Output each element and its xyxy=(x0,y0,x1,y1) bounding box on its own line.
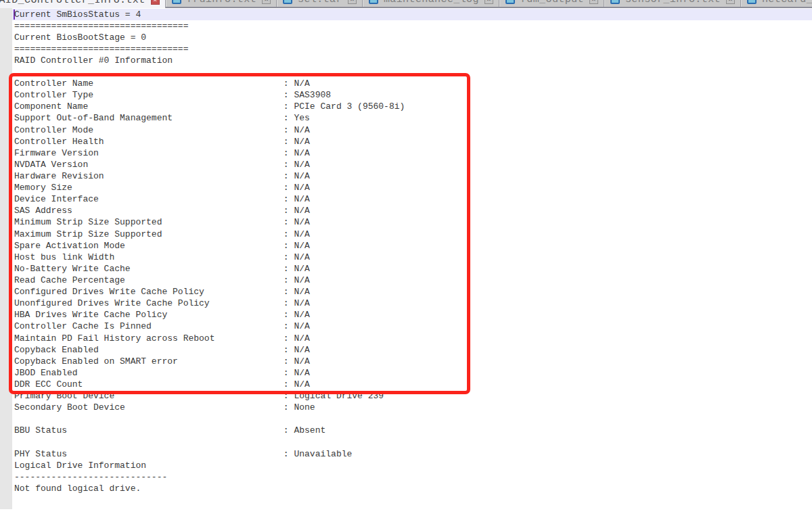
code-line: Secondary Boot Device : None xyxy=(14,402,405,413)
tab-label: fdm_output xyxy=(520,0,584,5)
code-line: Controller Cache Is Pinned : N/A xyxy=(14,321,405,332)
close-tab-icon[interactable]: × xyxy=(484,0,493,4)
code-line: Support Out-of-Band Management : Yes xyxy=(14,112,405,124)
tab-label: RAID_Controller_Info.txt xyxy=(0,0,145,6)
file-saved-icon xyxy=(283,0,292,4)
text-editor-window: RAID_Controller_Info.txt×fruinfo.txt×sel… xyxy=(0,0,812,520)
code-line: Copyback Enabled on SMART error : N/A xyxy=(14,356,405,367)
code-line: Spare Activation Mode : N/A xyxy=(14,240,405,252)
file-saved-icon xyxy=(747,0,757,4)
file-saved-icon xyxy=(369,0,378,4)
code-line: Controller Type : SAS3908 xyxy=(14,89,405,101)
close-tab-icon[interactable]: × xyxy=(589,0,598,4)
code-line xyxy=(14,413,405,425)
tab-label: netcard_ xyxy=(762,0,812,5)
code-line: No-Battery Write Cache : N/A xyxy=(14,263,405,275)
code-line: Current BiosBootStage = 0 xyxy=(14,32,405,43)
code-line: Memory Size : N/A xyxy=(14,182,405,193)
code-line: Host bus link Width : N/A xyxy=(14,252,405,263)
bookmark-gutter xyxy=(0,8,12,509)
document-text: Current SmBiosStatus = 4================… xyxy=(14,9,405,495)
code-line: ----------------------------- xyxy=(14,471,405,483)
code-line: BBU Status : Absent xyxy=(14,425,405,436)
code-line: Copyback Enabled : N/A xyxy=(14,344,405,356)
code-line: JBOD Enabled : N/A xyxy=(14,367,405,379)
close-tab-icon[interactable]: × xyxy=(726,0,735,4)
close-tab-icon[interactable]: × xyxy=(151,0,160,5)
file-saved-icon xyxy=(172,0,181,4)
code-line: Controller Mode : N/A xyxy=(14,124,405,136)
code-line: Hardware Revision : N/A xyxy=(14,170,405,182)
code-line: NVDATA Version : N/A xyxy=(14,159,405,170)
code-line: Firmware Version : N/A xyxy=(14,147,405,159)
file-saved-icon xyxy=(505,0,515,4)
code-line: Logical Drive Information xyxy=(14,460,405,471)
code-line xyxy=(14,437,405,448)
code-line: Minimum Strip Size Supported : N/A xyxy=(14,216,405,228)
close-tab-icon[interactable]: × xyxy=(262,0,271,4)
code-line: Primary Boot Device : Logical Drive 239 xyxy=(14,390,405,402)
code-line: Not found logical drive. xyxy=(14,483,405,494)
code-line: Unonfigured Drives Write Cache Policy : … xyxy=(14,298,405,309)
code-line: HBA Drives Write Cache Policy : N/A xyxy=(14,309,405,321)
code-line xyxy=(14,66,405,78)
code-line: ================================= xyxy=(14,20,405,32)
tab-raid-controller-info-txt[interactable]: RAID_Controller_Info.txt× xyxy=(0,0,166,8)
tab-label: maintenance_log xyxy=(384,0,479,5)
code-line: PHY Status : Unavailable xyxy=(14,448,405,460)
code-line: Component Name : PCIe Card 3 (9560-8i) xyxy=(14,101,405,112)
code-line: Device Interface : N/A xyxy=(14,193,405,205)
code-line: RAID Controller #0 Information xyxy=(14,55,405,66)
tab-label: fruinfo.txt xyxy=(187,0,256,5)
code-line: Controller Health : N/A xyxy=(14,136,405,147)
code-line: Current SmBiosStatus = 4 xyxy=(14,9,405,20)
tab-bar: RAID_Controller_Info.txt×fruinfo.txt×sel… xyxy=(0,0,812,8)
code-line: Maintain PD Fail History across Reboot :… xyxy=(14,333,405,344)
code-line: DDR ECC Count : N/A xyxy=(14,379,405,390)
code-line: ================================= xyxy=(14,43,405,55)
tab-label: sel.tar xyxy=(298,0,342,5)
code-line: Read Cache Percentage : N/A xyxy=(14,275,405,286)
code-line: Controller Name : N/A xyxy=(14,78,405,89)
editor-area[interactable]: Current SmBiosStatus = 4================… xyxy=(0,8,812,520)
tab-label: sensor_info.txt xyxy=(625,0,721,5)
close-tab-icon[interactable]: × xyxy=(348,0,357,4)
code-line: Maximum Strip Size Supported : N/A xyxy=(14,229,405,240)
code-line: Configured Drives Write Cache Policy : N… xyxy=(14,286,405,298)
code-line: SAS Address : N/A xyxy=(14,205,405,216)
file-saved-icon xyxy=(610,0,620,4)
